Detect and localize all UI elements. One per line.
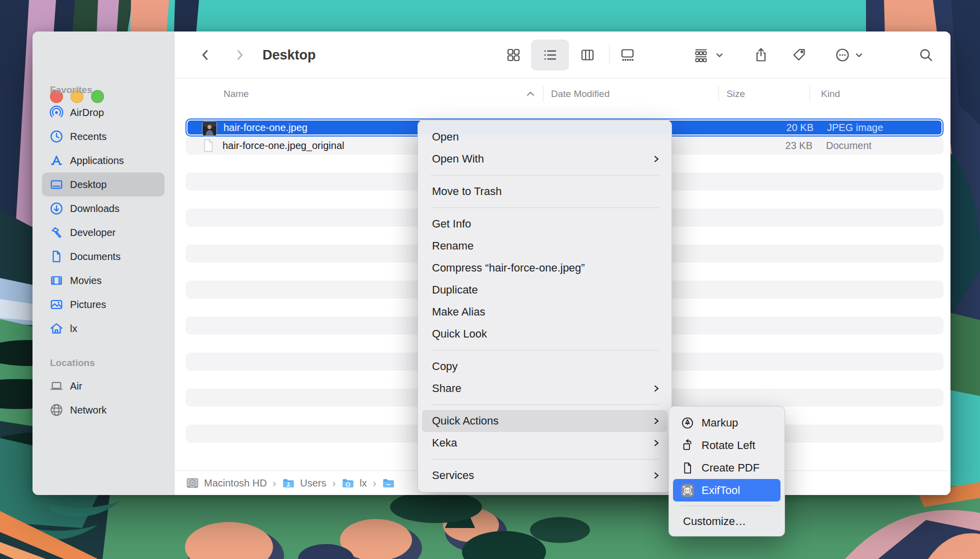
gallery-view-button[interactable] (616, 44, 638, 66)
menu-item-label: Quick Actions (432, 414, 498, 428)
create-pdf-icon (680, 460, 695, 476)
sidebar-item-label: Desktop (70, 179, 106, 190)
group-button[interactable] (690, 44, 712, 66)
folder-home-icon (342, 476, 354, 490)
submenu-item-label: ExifTool (702, 484, 740, 497)
menu-item-rename[interactable]: Rename (422, 235, 668, 257)
file-kind: JPEG image (827, 120, 883, 136)
sidebar-item-label: Network (70, 404, 106, 416)
sidebar-item-airdrop[interactable]: AirDrop (42, 100, 164, 124)
globe-icon (48, 402, 64, 418)
column-header-row: Name Date Modified Size Kind (174, 78, 950, 110)
context-menu: Open Open With Move to Trash Get Info Re… (418, 120, 672, 492)
column-separator[interactable] (718, 86, 719, 102)
menu-item-quick-actions[interactable]: Quick Actions (422, 410, 668, 432)
menu-item-share[interactable]: Share (422, 378, 668, 400)
list-view-button[interactable] (539, 44, 561, 66)
menu-item-keka[interactable]: Keka (422, 432, 668, 454)
back-button[interactable] (194, 44, 216, 66)
menu-item-compress[interactable]: Compress “hair-force-one.jpeg” (422, 257, 668, 279)
group-chevron-down-icon (714, 44, 724, 66)
hard-drive-icon (186, 476, 199, 490)
more-button[interactable] (832, 44, 854, 66)
menu-item-label: Copy (432, 360, 458, 373)
menu-item-make-alias[interactable]: Make Alias (422, 301, 668, 323)
column-separator[interactable] (543, 86, 544, 102)
menu-item-label: Rename (432, 240, 474, 252)
sidebar-item-label: Pictures (70, 299, 106, 310)
laptop-icon (48, 378, 64, 394)
path-segment-macintosh-hd[interactable]: Macintosh HD (186, 476, 267, 490)
sidebar-item-movies[interactable]: Movies (42, 268, 164, 292)
icon-view-button[interactable] (502, 44, 524, 66)
menu-item-get-info[interactable]: Get Info (422, 213, 668, 235)
column-header-date-modified[interactable]: Date Modified (551, 88, 610, 100)
sidebar: Favorites AirDrop (32, 32, 174, 495)
search-button[interactable] (915, 44, 937, 66)
clock-icon (48, 128, 64, 144)
menu-item-label: Duplicate (432, 284, 478, 296)
menu-item-label: Compress “hair-force-one.jpeg” (432, 262, 585, 274)
more-chevron-down-icon (854, 44, 864, 66)
sidebar-item-label: Documents (70, 251, 120, 262)
toolbar-divider (609, 46, 610, 64)
window-title: Desktop (262, 47, 316, 62)
menu-item-quick-look[interactable]: Quick Look (422, 323, 668, 345)
column-view-button[interactable] (576, 44, 598, 66)
column-separator[interactable] (810, 86, 810, 102)
menu-item-open[interactable]: Open (422, 126, 668, 148)
sort-ascending-icon (524, 78, 536, 110)
sidebar-item-network[interactable]: Network (42, 398, 164, 422)
quick-actions-submenu: Markup Rotate Left Create PDF (668, 406, 785, 536)
hammer-icon (48, 224, 64, 240)
path-chevron-icon: › (332, 478, 336, 489)
menu-separator (430, 459, 659, 460)
path-segment-users[interactable]: Users (282, 476, 326, 490)
column-header-size[interactable]: Size (726, 88, 745, 100)
menu-item-move-to-trash[interactable]: Move to Trash (422, 180, 668, 202)
submenu-item-label: Customize… (683, 515, 746, 528)
column-header-name[interactable]: Name (224, 88, 249, 100)
submenu-chevron-icon (652, 384, 660, 392)
menu-item-label: Get Info (432, 218, 471, 230)
share-button[interactable] (750, 44, 772, 66)
file-size: 23 KB (718, 136, 812, 154)
sidebar-item-air[interactable]: Air (42, 374, 164, 398)
sidebar-item-pictures[interactable]: Pictures (42, 292, 164, 316)
sidebar-item-applications[interactable]: Applications (42, 148, 164, 172)
document-icon (48, 248, 64, 264)
sidebar-item-home[interactable]: lx (42, 316, 164, 340)
sidebar-item-label: Downloads (70, 203, 120, 214)
submenu-item-exiftool[interactable]: ExifTool (673, 479, 780, 502)
download-circle-icon (48, 200, 64, 216)
menu-item-duplicate[interactable]: Duplicate (422, 279, 668, 301)
path-segment-truncated[interactable] (382, 476, 400, 490)
submenu-item-markup[interactable]: Markup (673, 412, 780, 434)
blank-document-icon (202, 138, 216, 152)
photo-thumbnail (202, 122, 216, 136)
menu-item-label: Open (432, 130, 459, 144)
menu-item-open-with[interactable]: Open With (422, 148, 668, 170)
sidebar-item-label: Air (70, 380, 82, 392)
path-chevron-icon: › (273, 478, 276, 489)
submenu-item-customize[interactable]: Customize… (673, 510, 780, 532)
menu-item-copy[interactable]: Copy (422, 356, 668, 378)
tag-button[interactable] (788, 44, 810, 66)
sidebar-item-developer[interactable]: Developer (42, 220, 164, 244)
submenu-chevron-icon (652, 417, 660, 425)
submenu-item-create-pdf[interactable]: Create PDF (673, 456, 780, 479)
column-header-kind[interactable]: Kind (821, 88, 840, 100)
sidebar-item-recents[interactable]: Recents (42, 124, 164, 148)
sidebar-item-documents[interactable]: Documents (42, 244, 164, 268)
sidebar-item-downloads[interactable]: Downloads (42, 196, 164, 220)
menu-item-services[interactable]: Services (422, 464, 668, 486)
home-icon (48, 320, 64, 336)
film-icon (48, 272, 64, 288)
forward-button[interactable] (228, 44, 250, 66)
file-name: hair-force-one.jpeg (224, 120, 308, 136)
sidebar-item-label: Movies (70, 275, 102, 286)
sidebar-item-desktop[interactable]: Desktop (42, 172, 164, 196)
menu-item-label: Move to Trash (432, 185, 502, 198)
submenu-item-rotate-left[interactable]: Rotate Left (673, 434, 780, 456)
path-segment-lx[interactable]: lx (342, 476, 366, 490)
